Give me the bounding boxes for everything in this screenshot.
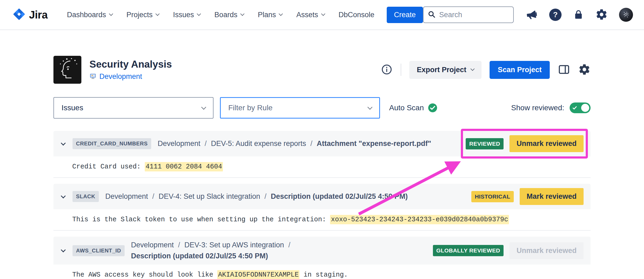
content-text: The AWS access key should look like	[72, 271, 217, 279]
announcements-button[interactable]	[525, 8, 538, 21]
user-avatar[interactable]	[619, 8, 633, 22]
primary-nav: Dashboards Projects Issues Boards Plans …	[67, 11, 374, 19]
nav-item-plans[interactable]: Plans	[258, 11, 283, 19]
chevron-down-icon	[471, 67, 475, 71]
collapse-chevron-icon[interactable]	[60, 194, 66, 199]
rule-badge: CREDIT_CARD_NUMBERS	[73, 138, 151, 149]
nav-item-label: Assets	[296, 11, 318, 19]
chevron-down-icon	[240, 12, 245, 16]
main-content: Security Analysis Development	[53, 56, 591, 279]
collapse-chevron-icon[interactable]	[60, 248, 66, 253]
settings-button[interactable]	[595, 8, 608, 21]
top-navbar: Jira Dashboards Projects Issues Boards P…	[0, 0, 644, 30]
breadcrumb-project: Development	[131, 241, 174, 249]
security-button[interactable]	[573, 9, 584, 21]
finding-row-credit-card: CREDIT_CARD_NUMBERS Development / DEV-5:…	[53, 131, 591, 178]
mark-reviewed-button[interactable]: Mark reviewed	[520, 188, 584, 205]
breadcrumb-location: Description (updated 02/Jul/25 4:50 PM)	[271, 192, 408, 201]
breadcrumb-issue: DEV-3: Set up AWS integration	[184, 241, 284, 249]
search-input[interactable]	[439, 11, 509, 19]
global-search[interactable]	[423, 6, 514, 23]
issues-filter-value: Issues	[61, 104, 83, 112]
nav-item-label: Dashboards	[67, 11, 106, 19]
nav-item-dashboards[interactable]: Dashboards	[67, 11, 113, 19]
scan-project-button[interactable]: Scan Project	[490, 61, 550, 79]
chevron-down-icon	[321, 12, 325, 16]
nav-item-issues[interactable]: Issues	[173, 11, 200, 19]
export-project-button[interactable]: Export Project	[409, 61, 482, 79]
unmark-reviewed-button[interactable]: Unmark reviewed	[509, 135, 584, 152]
jira-logo[interactable]: Jira	[13, 8, 48, 21]
chevron-down-icon	[367, 105, 372, 109]
breadcrumb: Development / DEV-5: Audit expense repor…	[158, 140, 459, 148]
chevron-down-icon	[109, 12, 113, 16]
breadcrumb-location: Description (updated 02/Jul/25 4:50 PM)	[131, 252, 268, 260]
unmark-reviewed-button-disabled: Unmark reviewed	[509, 242, 584, 259]
rule-badge: AWS_CLIENT_ID	[73, 245, 125, 256]
create-button[interactable]: Create	[387, 7, 423, 23]
breadcrumb-location: Attachment "expense-report.pdf"	[317, 140, 431, 148]
details-panel-button[interactable]	[558, 63, 570, 76]
finding-header: SLACK Development / DEV-4: Set up Slack …	[53, 184, 591, 209]
project-header-actions: Export Project Scan Project	[381, 61, 591, 79]
brand-name: Jira	[29, 9, 48, 21]
filters-bar: Issues Filter by Rule Auto Scan Show rev…	[53, 97, 591, 119]
content-text: in staging.	[299, 271, 348, 279]
project-header: Security Analysis Development	[53, 56, 591, 84]
show-reviewed-control: Show reviewed:	[511, 102, 591, 113]
search-icon	[428, 10, 436, 19]
megaphone-icon	[524, 8, 539, 22]
chevron-down-icon	[201, 105, 206, 109]
info-icon	[381, 64, 393, 76]
help-button[interactable]	[549, 9, 562, 21]
collapse-chevron-icon[interactable]	[60, 142, 66, 146]
rule-filter-select[interactable]: Filter by Rule	[220, 97, 380, 119]
nav-item-boards[interactable]: Boards	[214, 11, 244, 19]
jira-logo-icon	[13, 8, 25, 21]
breadcrumb-separator: /	[310, 140, 313, 148]
nav-item-label: Projects	[126, 11, 153, 19]
breadcrumb-project: Development	[158, 140, 200, 148]
show-reviewed-toggle[interactable]	[570, 102, 591, 113]
project-avatar-image	[53, 56, 81, 84]
finding-header: CREDIT_CARD_NUMBERS Development / DEV-5:…	[53, 131, 591, 156]
info-button[interactable]	[381, 64, 393, 76]
breadcrumb-separator: /	[288, 241, 291, 249]
finding-row-aws: AWS_CLIENT_ID Development / DEV-3: Set u…	[53, 237, 591, 279]
status-lozenge: GLOBALLY REVIEWED	[433, 245, 504, 256]
avatar-icon	[619, 8, 633, 22]
nav-item-assets[interactable]: Assets	[296, 11, 324, 19]
divider	[401, 64, 401, 76]
finding-content: This is the Slack token to use when sett…	[53, 209, 591, 231]
project-link[interactable]: Development	[99, 72, 142, 81]
finding-row-slack: SLACK Development / DEV-4: Set up Slack …	[53, 184, 591, 231]
content-text: This is the Slack token to use when sett…	[72, 216, 330, 223]
status-lozenge: REVIEWED	[466, 138, 504, 149]
content-text: Credit Card used:	[72, 163, 145, 171]
breadcrumb-separator: /	[178, 241, 180, 249]
rule-filter-placeholder: Filter by Rule	[228, 104, 273, 112]
finding-controls: HISTORICAL Mark reviewed	[471, 188, 584, 205]
breadcrumb: Development / DEV-3: Set up AWS integrat…	[131, 241, 426, 260]
finding-content: The AWS access key should look like AKIA…	[53, 265, 591, 279]
issues-filter-select[interactable]: Issues	[53, 97, 214, 119]
nav-item-label: Issues	[173, 11, 194, 19]
rule-badge: SLACK	[73, 191, 99, 202]
findings-list: CREDIT_CARD_NUMBERS Development / DEV-5:…	[53, 131, 591, 279]
project-settings-button[interactable]	[578, 63, 591, 76]
secret-highlight: xoxo-523423-234243-234233-e039d02840a0b9…	[330, 215, 509, 224]
finding-header: AWS_CLIENT_ID Development / DEV-3: Set u…	[53, 237, 591, 265]
breadcrumb-separator: /	[265, 192, 267, 201]
lock-icon	[573, 9, 584, 21]
navbar-right	[423, 6, 633, 23]
auto-scan-label: Auto Scan	[389, 104, 424, 112]
gear-icon	[578, 63, 591, 76]
breadcrumb-issue: DEV-5: Audit expense reports	[211, 140, 306, 148]
breadcrumb: Development / DEV-4: Set up Slack integr…	[105, 192, 465, 201]
nav-item-projects[interactable]: Projects	[126, 11, 159, 19]
breadcrumb-separator: /	[152, 192, 154, 201]
nav-item-dbconsole[interactable]: DbConsole	[339, 11, 375, 19]
page-title: Security Analysis	[89, 59, 172, 70]
check-circle-icon	[428, 103, 437, 113]
question-mark-icon	[549, 9, 562, 21]
